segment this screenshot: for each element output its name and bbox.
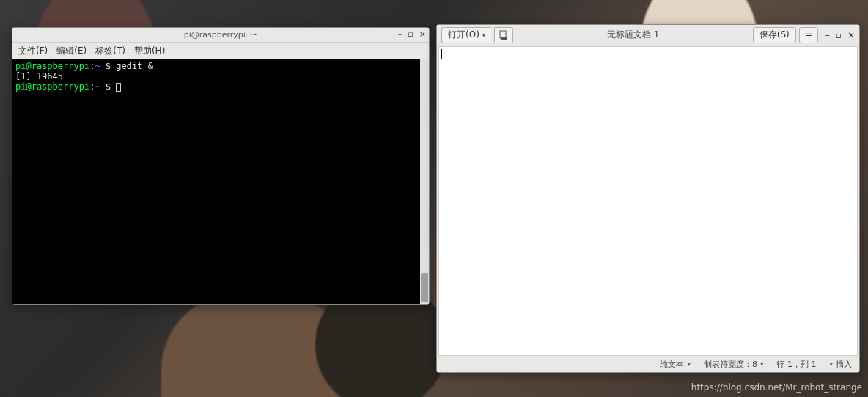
prompt-userhost: pi@raspberrypi [15, 81, 89, 92]
chevron-down-icon: ▾ [482, 32, 486, 39]
gedit-editor-area[interactable] [438, 46, 858, 356]
new-document-button[interactable] [494, 27, 513, 43]
prompt-path: ~ [95, 61, 100, 71]
insert-mode-label: 插入 [836, 359, 852, 370]
terminal-scroll-thumb[interactable] [421, 273, 428, 302]
job-output: [1] 19645 [15, 71, 63, 81]
terminal-cursor [116, 83, 121, 92]
close-button[interactable]: × [419, 29, 426, 40]
open-button-label: 打开(O) [448, 29, 479, 41]
prompt-symbol: $ [100, 81, 117, 92]
maximize-button[interactable]: ▫ [408, 29, 413, 40]
svg-rect-1 [501, 37, 507, 40]
close-button[interactable]: × [847, 30, 855, 40]
open-button[interactable]: 打开(O) ▾ [441, 27, 491, 43]
command-text: gedit & [116, 61, 153, 71]
new-doc-icon [499, 30, 509, 40]
save-button[interactable]: 保存(S) [753, 27, 796, 43]
menu-edit[interactable]: 编辑(E) [56, 45, 87, 57]
minimize-button[interactable]: – [398, 29, 402, 40]
tabwidth-label: 制表符宽度：8 [704, 359, 757, 370]
chevron-down-icon: ▾ [687, 360, 691, 368]
terminal-titlebar[interactable]: pi@raspberrypi: ~ – ▫ × [12, 28, 429, 43]
filetype-selector[interactable]: 纯文本 ▾ [660, 359, 691, 370]
terminal-body[interactable]: pi@raspberrypi:~ $ gedit & [1] 19645 pi@… [12, 59, 429, 304]
maximize-button[interactable]: ▫ [836, 30, 842, 40]
minimize-button[interactable]: – [825, 30, 830, 40]
gedit-window: 打开(O) ▾ 无标题文档 1 保存(S) ≡ – ▫ × 纯文本 ▾ [436, 24, 860, 373]
text-cursor [441, 49, 442, 59]
terminal-title-text: pi@raspberrypi: ~ [184, 30, 258, 40]
prompt-symbol: $ [100, 61, 117, 71]
menu-file[interactable]: 文件(F) [18, 45, 48, 57]
gedit-title-text: 无标题文档 1 [516, 29, 749, 41]
filetype-label: 纯文本 [660, 359, 684, 370]
tabwidth-selector[interactable]: 制表符宽度：8 ▾ [704, 359, 764, 370]
insert-mode-selector[interactable]: ▾ 插入 [829, 359, 852, 370]
hamburger-menu-button[interactable]: ≡ [799, 27, 818, 43]
gedit-statusbar: 纯文本 ▾ 制表符宽度：8 ▾ 行 1，列 1 ▾ 插入 [437, 356, 859, 372]
watermark-text: https://blog.csdn.net/Mr_robot_strange [691, 382, 862, 393]
cursor-position: 行 1，列 1 [776, 359, 816, 370]
menu-help[interactable]: 帮助(H) [134, 45, 165, 57]
terminal-window: pi@raspberrypi: ~ – ▫ × 文件(F) 编辑(E) 标签(T… [12, 27, 430, 305]
prompt-userhost: pi@raspberrypi [15, 61, 89, 71]
terminal-menubar: 文件(F) 编辑(E) 标签(T) 帮助(H) [12, 43, 429, 59]
chevron-down-icon: ▾ [760, 360, 764, 368]
prompt-path: ~ [95, 81, 100, 92]
save-button-label: 保存(S) [760, 29, 790, 41]
chevron-down-icon: ▾ [829, 360, 833, 368]
terminal-scrollbar[interactable] [420, 59, 429, 304]
menu-tabs[interactable]: 标签(T) [95, 45, 125, 57]
hamburger-icon: ≡ [805, 30, 812, 40]
gedit-headerbar[interactable]: 打开(O) ▾ 无标题文档 1 保存(S) ≡ – ▫ × [437, 25, 859, 45]
